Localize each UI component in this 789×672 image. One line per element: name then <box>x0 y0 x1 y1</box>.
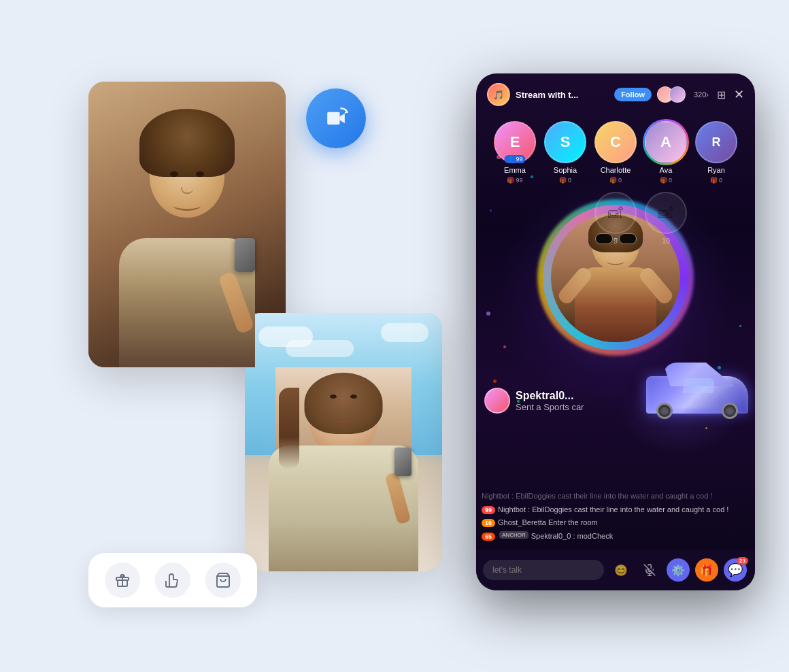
user-item-ava[interactable]: A Ava 🎁 0 <box>645 121 687 184</box>
icons-bar <box>88 553 257 607</box>
user-item-sophia[interactable]: S Sophia 🎁 0 <box>544 121 586 184</box>
emma-badge: 👤99 <box>504 155 525 163</box>
ryan-avatar: R <box>695 121 737 163</box>
user-item-ryan[interactable]: R Ryan 🎁 0 <box>695 121 737 184</box>
more-button[interactable]: ··· <box>752 558 755 582</box>
expand-icon[interactable]: ⊞ <box>717 88 726 101</box>
ryan-gift: 🎁 0 <box>710 177 722 184</box>
settings-button[interactable]: ⚙️ <box>667 558 690 582</box>
badge-16: 16 <box>482 519 495 527</box>
woman-photo-card <box>245 313 442 571</box>
anchor-badge: ANCHOR <box>499 531 528 539</box>
badge-99: 99 <box>482 506 495 514</box>
chat-text-2: Ghost_Beretta Enter the room <box>498 518 598 528</box>
seat-10-number: 10 <box>662 237 670 245</box>
chat-text-1: Nightbot : EbilDoggies cast their line i… <box>498 505 728 515</box>
stream-avatar: 🎵 <box>487 83 510 106</box>
seat-item-9[interactable]: 🛋 9 <box>594 192 637 245</box>
user-item-charlotte[interactable]: C Charlotte 🎁 0 <box>594 121 637 184</box>
badge-65: 65 <box>482 533 495 541</box>
chat-text-faded: Nightbot : EbilDoggies cast their line i… <box>482 491 712 501</box>
ryan-name: Ryan <box>707 166 725 174</box>
cart-button[interactable] <box>205 562 241 598</box>
user-row: E 👤99 Emma 🎁 99 S Sophia 🎁 0 <box>476 116 755 189</box>
scene: 🎵 Stream with t... Follow 320› ⊞ ✕ E <box>0 0 789 672</box>
gift-button[interactable] <box>105 562 140 598</box>
chat-message-2: 16 Ghost_Beretta Enter the room <box>482 518 750 528</box>
seat-9-number: 9 <box>614 237 618 245</box>
gift-sender-avatar <box>484 388 510 414</box>
panel-header: 🎵 Stream with t... Follow 320› ⊞ ✕ <box>476 73 755 116</box>
emma-name: Emma <box>504 166 526 174</box>
seat-item-10[interactable]: 🛋 10 <box>645 192 687 245</box>
seat-10-avatar: 🛋 <box>645 192 687 234</box>
stream-title: Stream with t... <box>516 90 609 100</box>
gift-notification: Spektral0... Sent a Sports car <box>484 388 584 414</box>
chat-area: Nightbot : EbilDoggies cast their line i… <box>476 491 755 544</box>
close-icon[interactable]: ✕ <box>734 87 744 102</box>
sophia-gift: 🎁 0 <box>559 177 571 184</box>
emma-gift: 🎁 99 <box>507 177 522 184</box>
notification-button[interactable]: 💬 23 <box>724 558 747 582</box>
notification-count: 23 <box>737 557 748 565</box>
chat-message-3: 65 ANCHOR Spektral0_0 : modCheck <box>482 531 750 541</box>
chat-input[interactable] <box>483 560 604 580</box>
viewer-count: 320› <box>694 90 709 99</box>
like-button[interactable] <box>155 562 190 598</box>
input-bar: 😊 ⚙️ 🎁 💬 23 ··· <box>476 550 755 590</box>
user-item-emma[interactable]: E 👤99 Emma 🎁 99 <box>494 121 536 184</box>
ava-name: Ava <box>660 166 673 174</box>
seat-item-main <box>544 192 586 245</box>
ava-avatar: A <box>645 121 687 163</box>
charlotte-avatar: C <box>594 121 637 163</box>
chat-message-faded: Nightbot : EbilDoggies cast their line i… <box>482 491 750 501</box>
chat-text-3: Spektral0_0 : modCheck <box>531 531 613 541</box>
seat-row: 🛋 9 🛋 10 <box>476 189 755 248</box>
gift-bar-button[interactable]: 🎁 <box>695 558 718 582</box>
viewer-avatar-2 <box>669 86 686 103</box>
charlotte-name: Charlotte <box>601 166 631 174</box>
sophia-name: Sophia <box>554 166 577 174</box>
seat-9-avatar: 🛋 <box>594 192 637 234</box>
mic-button[interactable] <box>638 558 661 582</box>
gift-description: Sent a Sports car <box>516 402 584 412</box>
chat-message-1: 99 Nightbot : EbilDoggies cast their lin… <box>482 505 750 515</box>
stream-panel: 🎵 Stream with t... Follow 320› ⊞ ✕ E <box>476 73 755 590</box>
follow-button[interactable]: Follow <box>614 88 652 101</box>
video-call-button[interactable] <box>306 88 366 148</box>
sports-car <box>646 352 748 414</box>
emoji-button[interactable]: 😊 <box>609 558 633 582</box>
gift-sender-name: Spektral0... <box>516 390 584 402</box>
sophia-avatar: S <box>544 121 586 163</box>
charlotte-gift: 🎁 0 <box>609 177 622 184</box>
viewer-avatars <box>657 86 686 103</box>
ava-gift: 🎁 0 <box>660 177 672 184</box>
